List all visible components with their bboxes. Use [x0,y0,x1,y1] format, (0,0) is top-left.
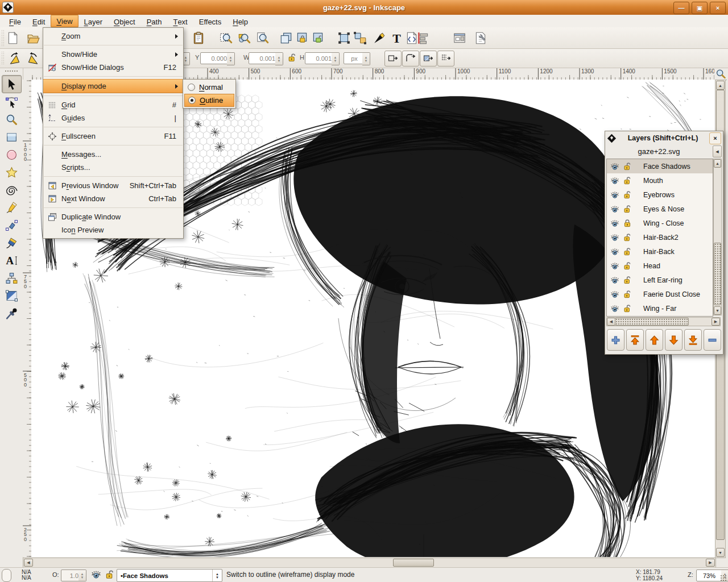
menu-item-show-hide[interactable]: Show/Hide [43,48,183,61]
layer-scroll-down[interactable]: ▼ [714,306,721,315]
eye-icon[interactable] [610,233,619,242]
y-spinner[interactable]: ▲▼ [227,52,235,65]
title-bar[interactable]: gaze+22.svg - Inkscape —▣× [0,0,728,15]
lock-open-icon[interactable] [623,261,632,271]
rotate-ccw-button[interactable] [6,49,24,68]
layer-hscroll-thumb[interactable] [615,318,689,326]
tool-pencil[interactable] [2,198,22,217]
ungroup-button[interactable] [351,29,369,47]
menu-item-icon-preview[interactable]: Icon Preview [43,223,183,236]
affect-move-toggle[interactable] [384,51,402,66]
menu-item-duplicate-window[interactable]: Duplicate Window [43,210,183,223]
lock-open-icon[interactable] [623,247,632,256]
menu-edit[interactable]: Edit [27,15,51,27]
delete-layer-button[interactable] [704,329,721,351]
zoom-page-button[interactable] [253,29,271,47]
open-document-button[interactable] [24,29,42,47]
layers-collapse-button[interactable]: ◀ [713,146,722,157]
layer-row[interactable]: Wing - Far [607,301,713,315]
w-input[interactable]: 0.001 [249,52,278,64]
rotate-cw-button[interactable] [24,49,42,68]
opacity-spinner[interactable]: ▲▼ [78,569,86,581]
menu-effects[interactable]: Effects [193,15,228,27]
eye-icon[interactable] [610,205,619,214]
lock-open-icon[interactable] [623,233,632,242]
lock-ratio-icon[interactable] [287,53,297,63]
submenu-item-outline[interactable]: Outline [184,94,234,107]
menu-object[interactable]: Object [108,15,141,27]
window-resize-grip[interactable] [720,575,727,582]
affect-corners-toggle[interactable] [402,51,419,66]
layer-row[interactable]: Head [607,259,713,273]
menu-view[interactable]: View [51,15,78,27]
layer-row[interactable]: Wing - Close [607,216,713,230]
layer-row[interactable]: Hair-Back2 [607,230,713,244]
lock-open-icon[interactable] [623,190,632,199]
window-maximize-button[interactable]: ▣ [692,2,708,14]
menu-help[interactable]: Help [227,15,254,27]
menu-text[interactable]: Text [167,15,193,27]
lock-open-icon[interactable] [623,176,632,185]
document-properties-button[interactable] [450,29,469,47]
menu-layer[interactable]: Layer [78,15,109,27]
style-swatch[interactable] [2,569,11,582]
tool-zoom[interactable] [2,110,22,128]
h-spinner[interactable]: ▲▼ [332,52,340,65]
eye-icon[interactable] [610,290,619,299]
fill-stroke-indicator[interactable]: N/A N/A [22,569,31,581]
eye-icon[interactable] [610,162,619,171]
tool-node-editor[interactable] [2,93,22,111]
affect-gradient-toggle[interactable] [420,51,437,66]
menu-item-show-hide-dialogs[interactable]: Show/Hide DialogsF12 [43,61,183,74]
scroll-left-arrow[interactable]: ◀ [24,559,33,567]
tool-dropper[interactable] [2,304,22,322]
menu-item-messages[interactable]: Messages... [43,148,183,161]
layer-hscroll-right[interactable]: ▶ [712,318,720,326]
tool-pen[interactable] [2,216,22,234]
menu-item-scripts[interactable]: Scripts... [43,161,183,174]
unit-spinner[interactable]: ▲▼ [362,52,370,65]
layer-visibility-icon[interactable] [91,569,101,580]
lock-open-icon[interactable] [623,290,632,299]
eye-icon[interactable] [610,219,619,228]
menu-item-grid[interactable]: Grid# [43,98,183,111]
menu-path[interactable]: Path [141,15,168,27]
w-spinner[interactable]: ▲▼ [275,52,283,65]
eye-icon[interactable] [610,276,619,285]
window-close-button[interactable]: × [710,2,726,14]
lock-closed-icon[interactable] [623,219,632,228]
tool-spiral[interactable] [2,181,22,199]
fill-stroke-dialog-button[interactable] [370,29,388,47]
layer-scroll-thumb[interactable] [714,243,721,305]
layers-close-button[interactable]: × [709,132,721,144]
menu-file[interactable]: File [3,15,27,27]
raise-button[interactable] [646,329,663,351]
new-layer-button[interactable] [607,329,624,351]
layer-row[interactable]: Mouth [607,173,713,188]
current-layer-dropdown[interactable]: •Face Shadows ▲▼ [117,569,222,582]
tool-rectangle[interactable] [2,128,22,146]
tool-selector[interactable] [2,75,22,93]
eye-icon[interactable] [610,176,619,185]
submenu-item-normal[interactable]: Normal [184,81,234,94]
tool-calligraphy[interactable] [2,234,22,252]
scroll-right-arrow[interactable]: ▶ [706,559,715,567]
zoom-drawing-button[interactable] [235,29,253,47]
zoom-corner-button[interactable] [715,68,727,80]
lock-open-icon[interactable] [623,162,632,171]
unlink-clone-button[interactable] [309,29,327,47]
layer-row[interactable]: Face Shadows [607,159,713,173]
tool-connector[interactable] [2,269,22,287]
lock-open-icon[interactable] [623,304,632,313]
lower-to-bottom-button[interactable] [684,329,702,351]
tool-ellipse[interactable] [2,146,22,164]
lock-open-icon[interactable] [623,205,632,214]
eye-icon[interactable] [610,247,619,256]
layer-scroll-up[interactable]: ▲ [714,159,721,168]
affect-pattern-toggle[interactable] [437,51,454,66]
new-document-button[interactable] [3,29,22,47]
raise-to-top-button[interactable] [626,329,644,351]
zoom-selection-button[interactable] [217,29,235,47]
vertical-ruler[interactable]: 1000750500250 [23,80,32,557]
layer-lock-icon[interactable] [105,569,115,580]
